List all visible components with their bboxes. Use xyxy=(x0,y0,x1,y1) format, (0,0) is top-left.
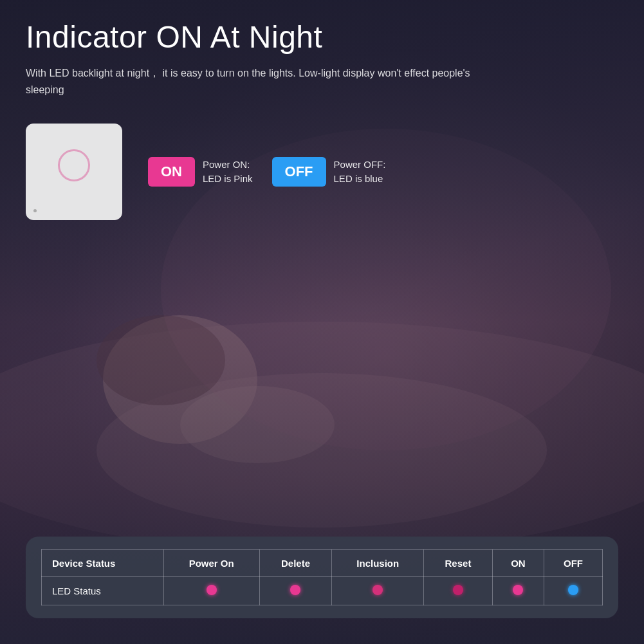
col-on: ON xyxy=(492,550,544,577)
col-inclusion: Inclusion xyxy=(332,550,424,577)
cell-inclusion xyxy=(332,577,424,605)
row-label: LED Status xyxy=(42,577,164,605)
col-delete: Delete xyxy=(259,550,332,577)
cell-power-on xyxy=(163,577,259,605)
on-badge: ON xyxy=(148,157,195,187)
col-device-status: Device Status xyxy=(42,550,164,577)
page-subtitle: With LED backlight at night， it is easy … xyxy=(26,65,476,98)
col-off: OFF xyxy=(544,550,602,577)
table-row: LED Status xyxy=(42,577,603,605)
cell-off xyxy=(544,577,602,605)
status-table: Device Status Power On Delete Inclusion … xyxy=(41,549,603,605)
dot-on xyxy=(513,585,523,595)
badge-on-group: ON Power ON: LED is Pink xyxy=(148,157,253,187)
dot-inclusion xyxy=(373,585,383,595)
led-ring xyxy=(58,149,90,181)
switch-device xyxy=(26,124,122,220)
main-content: Indicator ON At Night With LED backlight… xyxy=(0,0,644,259)
dot-power-on xyxy=(207,585,217,595)
badge-off-group: OFF Power OFF: LED is blue xyxy=(272,157,386,187)
cell-on xyxy=(492,577,544,605)
dot-off xyxy=(568,585,578,595)
off-badge-label: Power OFF: LED is blue xyxy=(334,158,386,187)
on-desc-line1: Power ON: xyxy=(203,159,250,170)
on-desc-line2: LED is Pink xyxy=(203,173,253,184)
dot-reset xyxy=(453,585,463,595)
col-power-on: Power On xyxy=(163,550,259,577)
col-reset: Reset xyxy=(424,550,493,577)
off-desc-line2: LED is blue xyxy=(334,173,383,184)
switch-dot xyxy=(33,209,37,212)
off-desc-line1: Power OFF: xyxy=(334,159,386,170)
on-badge-label: Power ON: LED is Pink xyxy=(203,158,253,187)
cell-delete xyxy=(259,577,332,605)
table-wrapper: Device Status Power On Delete Inclusion … xyxy=(26,537,618,618)
off-badge: OFF xyxy=(272,157,326,187)
indicator-info: ON Power ON: LED is Pink OFF Power OFF: … xyxy=(148,157,385,187)
demo-section: ON Power ON: LED is Pink OFF Power OFF: … xyxy=(26,124,618,220)
table-header-row: Device Status Power On Delete Inclusion … xyxy=(42,550,603,577)
page-title: Indicator ON At Night xyxy=(26,19,618,55)
cell-reset xyxy=(424,577,493,605)
status-table-container: Device Status Power On Delete Inclusion … xyxy=(26,537,618,618)
dot-delete xyxy=(290,585,300,595)
